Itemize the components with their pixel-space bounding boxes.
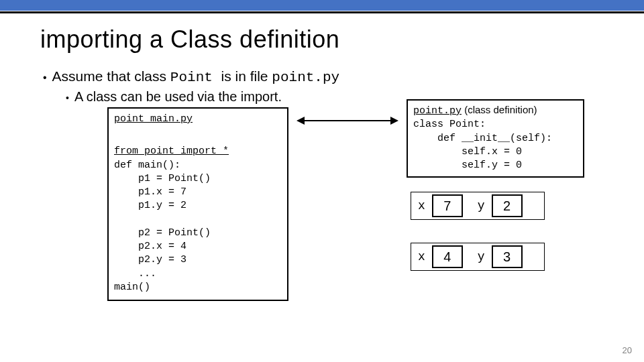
obj1-y-value: 2: [492, 194, 523, 217]
object-instance-2: x 4 y 3: [411, 243, 545, 271]
code-line: self.y = 0: [413, 159, 578, 172]
code-line: p2.y = 3: [114, 253, 282, 267]
arrow-head-right-icon: [390, 117, 398, 125]
import-line: from point import *: [114, 145, 229, 157]
bullet-dot: •: [66, 93, 69, 103]
code-line: main(): [114, 281, 282, 294]
filename-main: point_main.py: [114, 113, 282, 126]
bullet-1-text: Assume that class Point is in file point…: [52, 68, 340, 85]
code-line: [114, 213, 282, 227]
bullet1-prefix: Assume that class: [52, 68, 170, 84]
code-line: p1 = Point(): [114, 172, 282, 186]
code-box-class: point.py (class definition) class Point:…: [407, 99, 584, 178]
code-line: ...: [114, 267, 282, 281]
bullet1-mid: is in file: [221, 68, 272, 84]
obj2-y-label: y: [471, 250, 492, 263]
obj1-y-label: y: [471, 199, 492, 213]
code-line: def __init__(self):: [413, 132, 578, 145]
arrow-line: [303, 120, 392, 121]
obj2-x-label: x: [411, 250, 432, 263]
double-arrow: [297, 117, 398, 125]
page-number: 20: [623, 345, 632, 355]
object-instance-1: x 7 y 2: [411, 192, 545, 220]
code-line: p1.y = 2: [114, 199, 282, 213]
bullet-level-1: • Assume that class Point is in file poi…: [43, 68, 604, 85]
code-line: def main():: [114, 159, 282, 172]
obj1-x-label: x: [411, 199, 432, 213]
code-line: p2 = Point(): [114, 227, 282, 240]
obj1-x-value: 7: [432, 194, 463, 217]
code-line: p2.x = 4: [114, 240, 282, 253]
bullet1-mono1: Point: [170, 70, 221, 85]
class-def-label: (class definition): [462, 104, 537, 115]
header-accent-bar: [0, 0, 644, 11]
obj2-y-value: 3: [492, 245, 523, 268]
code-line: self.x = 0: [413, 145, 578, 159]
slide-title: importing a Class definition: [40, 25, 604, 54]
code-box-main: point_main.py from point import * def ma…: [107, 107, 288, 301]
slide-body: importing a Class definition • Assume th…: [0, 13, 644, 362]
bullet1-mono2: point.py: [272, 70, 339, 85]
class-box-header: point.py (class definition): [413, 103, 578, 118]
code-line: p1.x = 7: [114, 186, 282, 199]
obj2-x-value: 4: [432, 245, 463, 268]
code-line: class Point:: [413, 118, 578, 131]
filename-class: point.py: [413, 105, 462, 117]
bullet-dot: •: [43, 72, 47, 84]
bullet2-text: A class can be used via the import.: [74, 89, 282, 105]
